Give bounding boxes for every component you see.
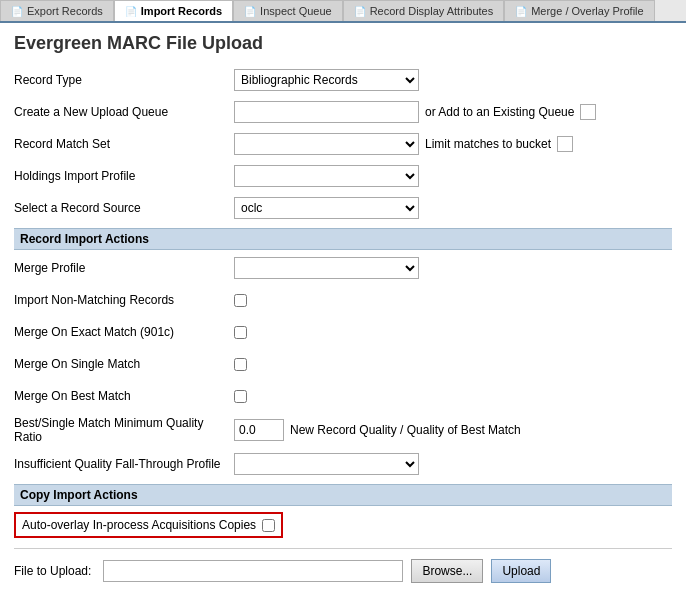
tab-import-records[interactable]: 📄 Import Records: [114, 0, 233, 21]
quality-ratio-control: New Record Quality / Quality of Best Mat…: [234, 419, 672, 441]
merge-best-row: Merge On Best Match: [14, 384, 672, 408]
tab-merge-overlay-profile[interactable]: 📄 Merge / Overlay Profile: [504, 0, 654, 21]
merge-profile-control: [234, 257, 672, 279]
merge-best-checkbox[interactable]: [234, 390, 247, 403]
merge-best-control: [234, 390, 672, 403]
copy-import-section-header: Copy Import Actions: [14, 484, 672, 506]
insufficient-quality-select[interactable]: [234, 453, 419, 475]
merge-exact-label: Merge On Exact Match (901c): [14, 325, 234, 339]
record-type-control: Bibliographic Records Authority Records: [234, 69, 672, 91]
insufficient-quality-control: [234, 453, 672, 475]
quality-ratio-input[interactable]: [234, 419, 284, 441]
main-content: Evergreen MARC File Upload Record Type B…: [0, 23, 686, 593]
record-type-row: Record Type Bibliographic Records Author…: [14, 68, 672, 92]
add-existing-checkbox[interactable]: [580, 104, 596, 120]
divider: [14, 548, 672, 549]
holdings-import-control: [234, 165, 672, 187]
merge-single-label: Merge On Single Match: [14, 357, 234, 371]
import-non-matching-row: Import Non-Matching Records: [14, 288, 672, 312]
holdings-import-select[interactable]: [234, 165, 419, 187]
record-import-section-header: Record Import Actions: [14, 228, 672, 250]
record-match-set-select[interactable]: [234, 133, 419, 155]
record-type-label: Record Type: [14, 73, 234, 87]
tab-record-display-attributes[interactable]: 📄 Record Display Attributes: [343, 0, 505, 21]
file-path-input[interactable]: [103, 560, 403, 582]
tab-bar: 📄 Export Records 📄 Import Records 📄 Insp…: [0, 0, 686, 23]
record-type-select[interactable]: Bibliographic Records Authority Records: [234, 69, 419, 91]
create-queue-label: Create a New Upload Queue: [14, 105, 234, 119]
auto-overlay-highlight: Auto-overlay In-process Acquisitions Cop…: [14, 512, 283, 538]
record-match-set-control: Limit matches to bucket: [234, 133, 672, 155]
auto-overlay-label: Auto-overlay In-process Acquisitions Cop…: [22, 518, 256, 532]
limit-matches-checkbox[interactable]: [557, 136, 573, 152]
tab-export-records[interactable]: 📄 Export Records: [0, 0, 114, 21]
import-records-icon: 📄: [125, 6, 137, 17]
merge-exact-checkbox[interactable]: [234, 326, 247, 339]
merge-overlay-icon: 📄: [515, 6, 527, 17]
auto-overlay-checkbox[interactable]: [262, 519, 275, 532]
record-display-icon: 📄: [354, 6, 366, 17]
record-source-control: oclc: [234, 197, 672, 219]
file-upload-row: File to Upload: Browse... Upload: [14, 559, 672, 583]
import-non-matching-label: Import Non-Matching Records: [14, 293, 234, 307]
record-match-set-label: Record Match Set: [14, 137, 234, 151]
holdings-import-label: Holdings Import Profile: [14, 169, 234, 183]
record-source-select[interactable]: oclc: [234, 197, 419, 219]
record-source-label: Select a Record Source: [14, 201, 234, 215]
inspect-queue-icon: 📄: [244, 6, 256, 17]
page-title: Evergreen MARC File Upload: [14, 33, 672, 54]
merge-profile-row: Merge Profile: [14, 256, 672, 280]
create-queue-row: Create a New Upload Queue or Add to an E…: [14, 100, 672, 124]
merge-profile-select[interactable]: [234, 257, 419, 279]
upload-button[interactable]: Upload: [491, 559, 551, 583]
merge-profile-label: Merge Profile: [14, 261, 234, 275]
limit-matches-label: Limit matches to bucket: [425, 137, 551, 151]
merge-best-label: Merge On Best Match: [14, 389, 234, 403]
browse-button[interactable]: Browse...: [411, 559, 483, 583]
new-record-quality-label: New Record Quality / Quality of Best Mat…: [290, 423, 521, 437]
holdings-import-row: Holdings Import Profile: [14, 164, 672, 188]
merge-single-row: Merge On Single Match: [14, 352, 672, 376]
record-source-row: Select a Record Source oclc: [14, 196, 672, 220]
insufficient-quality-row: Insufficient Quality Fall-Through Profil…: [14, 452, 672, 476]
file-upload-label: File to Upload:: [14, 564, 91, 578]
import-non-matching-control: [234, 294, 672, 307]
auto-overlay-row: Auto-overlay In-process Acquisitions Cop…: [14, 512, 672, 538]
merge-single-control: [234, 358, 672, 371]
tab-inspect-queue[interactable]: 📄 Inspect Queue: [233, 0, 343, 21]
merge-exact-control: [234, 326, 672, 339]
quality-ratio-label: Best/Single Match Minimum Quality Ratio: [14, 416, 234, 444]
create-queue-control: or Add to an Existing Queue: [234, 101, 672, 123]
import-non-matching-checkbox[interactable]: [234, 294, 247, 307]
export-records-icon: 📄: [11, 6, 23, 17]
add-existing-label: or Add to an Existing Queue: [425, 105, 574, 119]
merge-exact-row: Merge On Exact Match (901c): [14, 320, 672, 344]
merge-single-checkbox[interactable]: [234, 358, 247, 371]
record-match-set-row: Record Match Set Limit matches to bucket: [14, 132, 672, 156]
insufficient-quality-label: Insufficient Quality Fall-Through Profil…: [14, 457, 234, 471]
quality-ratio-row: Best/Single Match Minimum Quality Ratio …: [14, 416, 672, 444]
create-queue-input[interactable]: [234, 101, 419, 123]
